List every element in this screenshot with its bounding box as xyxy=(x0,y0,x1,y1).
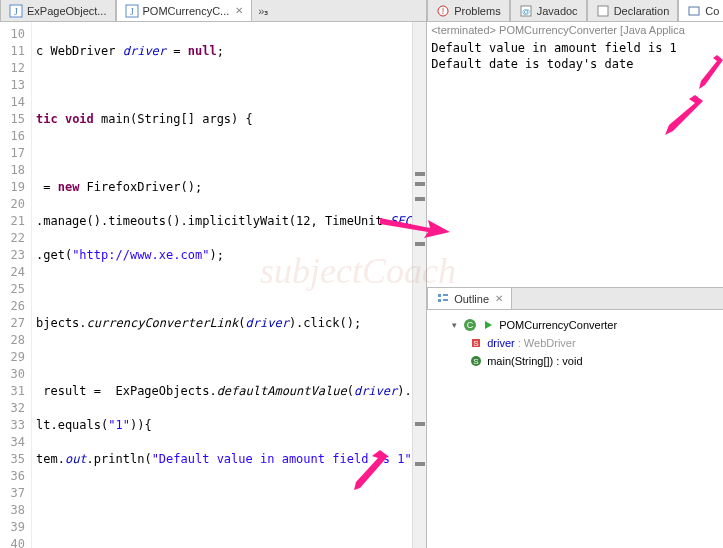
tab-label: Declaration xyxy=(614,5,670,17)
tree-label: main(String[]) : void xyxy=(487,355,582,367)
tree-label: POMCurrencyConverter xyxy=(499,319,617,331)
collapse-icon[interactable]: ▾ xyxy=(449,320,459,330)
svg-rect-10 xyxy=(438,294,441,297)
outline-tree[interactable]: ▾ C POMCurrencyConverter S driver : WebD… xyxy=(427,310,723,376)
svg-marker-16 xyxy=(485,321,492,329)
svg-rect-8 xyxy=(598,6,608,16)
svg-text:S: S xyxy=(474,339,479,348)
tab-label: Outline xyxy=(454,293,489,305)
outline-pane: Outline ✕ ▾ C POMCurrencyConverter S dri… xyxy=(427,288,723,548)
code-area[interactable]: c WebDriver driver = null; tic void main… xyxy=(32,22,426,548)
console-output[interactable]: Default value in amount field is 1Defaul… xyxy=(427,38,723,74)
tab-label: Problems xyxy=(454,5,500,17)
declaration-icon xyxy=(596,4,610,18)
tree-node-field[interactable]: S driver : WebDriver xyxy=(435,334,720,352)
tab-label: ExPageObject... xyxy=(27,5,107,17)
tab-outline[interactable]: Outline ✕ xyxy=(427,287,512,309)
close-icon[interactable]: ✕ xyxy=(495,293,503,304)
svg-rect-11 xyxy=(443,294,448,296)
editor-tabbar: J ExPageObject... J POMCurrencyC... ✕ »₃ xyxy=(0,0,426,22)
editor-body[interactable]: 1011121314151617181920212223242526272829… xyxy=(0,22,426,548)
console-icon xyxy=(687,4,701,18)
right-pane: ! Problems @ Javadoc Declaration Co <ter… xyxy=(427,0,723,548)
tab-console[interactable]: Co xyxy=(678,0,723,21)
console-pane: <terminated> POMCurrencyConverter [Java … xyxy=(427,22,723,288)
class-icon: C xyxy=(463,318,477,332)
tab-declaration[interactable]: Declaration xyxy=(587,0,679,21)
outline-icon xyxy=(436,292,450,306)
method-icon: S xyxy=(469,354,483,368)
line-gutter: 1011121314151617181920212223242526272829… xyxy=(0,22,32,548)
tab-overflow[interactable]: »₃ xyxy=(252,2,274,21)
svg-rect-9 xyxy=(689,7,699,15)
outline-tabbar: Outline ✕ xyxy=(427,288,723,310)
overview-ruler[interactable] xyxy=(412,22,426,548)
tree-node-class[interactable]: ▾ C POMCurrencyConverter xyxy=(435,316,720,334)
java-file-icon: J xyxy=(9,4,23,18)
svg-text:C: C xyxy=(467,320,474,330)
svg-text:!: ! xyxy=(442,6,445,16)
svg-rect-13 xyxy=(443,299,448,301)
tree-node-method[interactable]: S main(String[]) : void xyxy=(435,352,720,370)
console-header: <terminated> POMCurrencyConverter [Java … xyxy=(427,22,723,38)
svg-text:J: J xyxy=(130,6,134,17)
close-icon[interactable]: ✕ xyxy=(235,5,243,16)
tab-label: POMCurrencyC... xyxy=(143,5,230,17)
tab-javadoc[interactable]: @ Javadoc xyxy=(510,0,587,21)
javadoc-icon: @ xyxy=(519,4,533,18)
java-file-icon: J xyxy=(125,4,139,18)
run-icon xyxy=(481,318,495,332)
svg-rect-12 xyxy=(438,299,441,302)
tab-label: Javadoc xyxy=(537,5,578,17)
svg-text:S: S xyxy=(474,357,479,366)
field-icon: S xyxy=(469,336,483,350)
editor-pane: J ExPageObject... J POMCurrencyC... ✕ »₃… xyxy=(0,0,427,548)
svg-text:J: J xyxy=(14,6,18,17)
tab-expageobject[interactable]: J ExPageObject... xyxy=(0,0,116,21)
tab-pomcurrency[interactable]: J POMCurrencyC... ✕ xyxy=(116,0,253,21)
problems-icon: ! xyxy=(436,4,450,18)
svg-text:@: @ xyxy=(522,7,530,16)
tab-problems[interactable]: ! Problems xyxy=(427,0,509,21)
tab-label: Co xyxy=(705,5,719,17)
views-tabbar: ! Problems @ Javadoc Declaration Co xyxy=(427,0,723,22)
tree-label: driver : WebDriver xyxy=(487,337,575,349)
